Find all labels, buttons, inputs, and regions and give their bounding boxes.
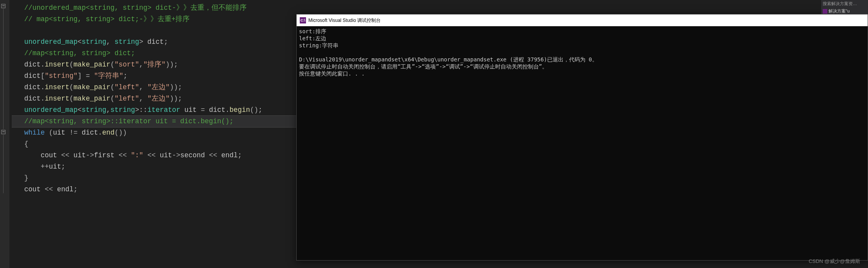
code-line[interactable]: dict["string"] = "字符串";: [12, 70, 297, 82]
code-line[interactable]: {: [12, 138, 297, 150]
code-line[interactable]: //unordered_map<string, string> dict-》》去…: [12, 2, 297, 14]
code-line[interactable]: while (uit != dict.end()): [12, 127, 297, 138]
code-line[interactable]: dict.insert(make_pair("left", "左边"));: [12, 82, 297, 93]
console-output: sort:排序 left:左边 string:字符串 D:\Visual2019…: [297, 26, 868, 79]
code-line[interactable]: [12, 25, 297, 36]
editor-gutter: [0, 0, 9, 268]
code-line[interactable]: // map<string, string> dict;-》》去重+排序: [12, 14, 297, 25]
console-titlebar[interactable]: C:\ Microsoft Visual Studio 调试控制台: [297, 14, 868, 26]
console-title: Microsoft Visual Studio 调试控制台: [308, 17, 381, 24]
code-line[interactable]: ++uit;: [12, 161, 297, 173]
solution-explorer-panel[interactable]: 搜索解决方案资… 解决方案"u: [821, 0, 868, 14]
solution-root-item[interactable]: 解决方案"u: [821, 7, 868, 15]
code-editor[interactable]: //unordered_map<string, string> dict-》》去…: [0, 0, 297, 268]
code-content[interactable]: //unordered_map<string, string> dict-》》去…: [0, 2, 297, 195]
code-line[interactable]: //map<string, string> dict;: [12, 48, 297, 59]
code-line[interactable]: dict.insert(make_pair("sort","排序"));: [12, 59, 297, 70]
code-line[interactable]: //map<string, string>::iterator uit = di…: [12, 115, 297, 128]
code-line[interactable]: unordered_map<string, string> dict;: [12, 36, 297, 48]
solution-icon: [823, 9, 827, 14]
fold-toggle-icon[interactable]: [1, 130, 5, 134]
code-line[interactable]: cout << endl;: [12, 184, 297, 195]
solution-label: 解决方案"u: [829, 8, 850, 14]
solution-search-input[interactable]: 搜索解决方案资…: [821, 0, 868, 7]
code-line[interactable]: dict.insert(make_pair("left", "左边"));: [12, 93, 297, 104]
code-line[interactable]: }: [12, 173, 297, 184]
debug-console-window[interactable]: C:\ Microsoft Visual Studio 调试控制台 sort:排…: [296, 14, 868, 261]
vs-console-icon: C:\: [300, 17, 306, 23]
fold-toggle-icon[interactable]: [1, 4, 5, 8]
code-line[interactable]: unordered_map<string,string>::iterator u…: [12, 104, 297, 116]
code-line[interactable]: cout << uit->first << ":" << uit->second…: [12, 150, 297, 161]
watermark-text: CSDN @威少@詹姆斯: [809, 258, 860, 265]
